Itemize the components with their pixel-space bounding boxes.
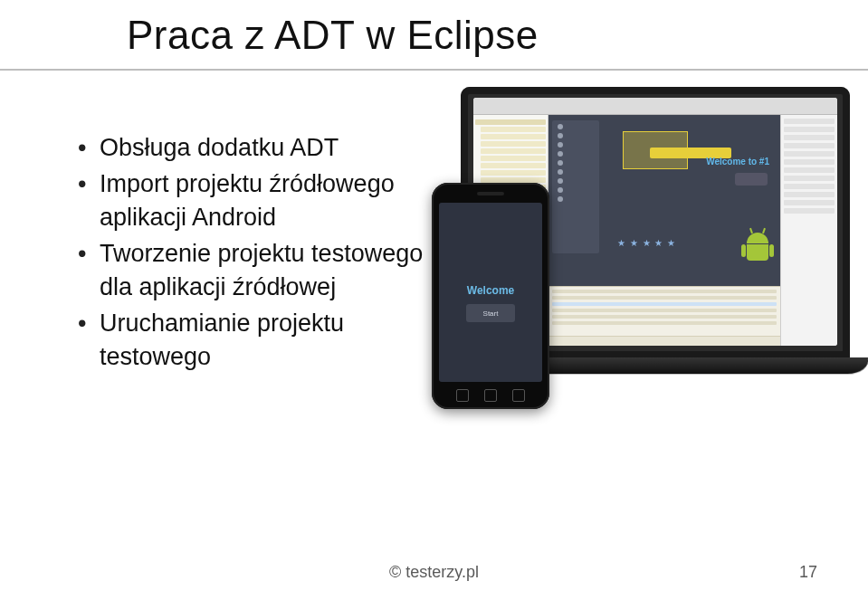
phone-start-button: Start xyxy=(466,304,515,322)
slide-title: Praca z ADT w Eclipse xyxy=(127,13,539,58)
nav-back-icon xyxy=(456,389,469,402)
palette-panel xyxy=(552,120,599,253)
ide-toolbar xyxy=(473,98,837,115)
rating-stars: ★ ★ ★ ★ ★ xyxy=(617,238,676,248)
page-number: 17 xyxy=(799,563,817,582)
nav-home-icon xyxy=(484,389,497,402)
bullet-list: Obsługa dodatku ADT Import projektu źród… xyxy=(42,131,449,376)
phone-earpiece xyxy=(477,192,504,195)
phone-nav-buttons xyxy=(432,389,549,402)
title-underline xyxy=(0,69,868,71)
footer-copyright: © testerzy.pl xyxy=(0,563,868,582)
canvas-start-button xyxy=(735,173,768,186)
slide: Praca z ADT w Eclipse Obsługa dodatku AD… xyxy=(0,0,868,600)
editor-area: Welcome to #1 ★ ★ ★ ★ ★ xyxy=(548,115,780,346)
android-robot-icon xyxy=(742,233,773,269)
bullet-item: Obsługa dodatku ADT xyxy=(78,131,449,164)
bullet-item: Tworzenie projektu testowego dla aplikac… xyxy=(78,237,449,303)
outline-panel xyxy=(780,115,837,346)
layout-canvas: Welcome to #1 ★ ★ ★ ★ ★ xyxy=(548,115,780,286)
bullet-item: Uruchamianie projektu testowego xyxy=(78,307,449,373)
illustration: Welcome to #1 ★ ★ ★ ★ ★ xyxy=(424,87,850,411)
phone-mock: Welcome Start xyxy=(432,183,549,409)
nav-recent-icon xyxy=(512,389,525,402)
canvas-welcome-label: Welcome to #1 xyxy=(706,157,769,167)
phone-welcome-label: Welcome xyxy=(467,284,514,297)
bullet-item: Import projektu źródłowego aplikacji And… xyxy=(78,167,449,233)
phone-screen: Welcome Start xyxy=(439,203,542,382)
problems-panel xyxy=(548,286,780,336)
bottom-tabs xyxy=(548,336,780,346)
